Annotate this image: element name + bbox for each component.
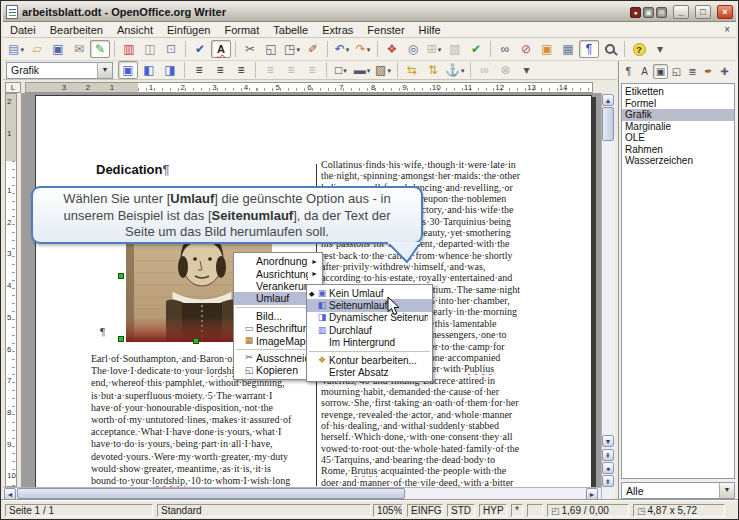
previous-page-icon[interactable]: ⇞ (602, 449, 614, 461)
cut-icon[interactable]: ✂ (240, 40, 260, 58)
help-icon[interactable]: ? (629, 40, 649, 58)
check-icon[interactable]: ✔ (466, 40, 486, 58)
formatting-marks-icon[interactable]: ¶ (579, 40, 599, 58)
submenu-durchlauf[interactable]: ▥Durchlauf (307, 324, 432, 336)
document-text-line[interactable]: acceptance.·What·I·have·done·is·yours,·w… (91, 426, 317, 438)
line-style-icon[interactable]: ▬▾ (352, 61, 372, 79)
status-hyperlink-mode[interactable]: HYP (479, 504, 507, 517)
document-text-line[interactable]: rest·back·to·the·camp;·from·whence·he·sh… (321, 250, 589, 261)
document-text-line[interactable]: according·to·his·estate,·royally·enterta… (321, 272, 589, 283)
document-text-line[interactable]: vowed·to·root·out·the·whole·hated·family… (321, 443, 589, 454)
toolbar-more-icon[interactable]: ▾ (517, 61, 537, 79)
background-color-icon[interactable]: ▨▾ (373, 61, 393, 79)
restore-button[interactable]: □ (695, 5, 711, 19)
hruler-margin[interactable]: 321 (25, 82, 138, 93)
horizontal-scroll-thumb[interactable] (17, 488, 405, 499)
list-styles-icon[interactable]: ≣ (685, 64, 700, 79)
minimize-button[interactable]: _ (673, 5, 689, 19)
status-page-style[interactable]: Standard (157, 504, 371, 517)
document-text-line[interactable]: devoted·yours.·Were·my·worth·greater,·my… (91, 451, 317, 463)
document-text-line[interactable]: sorrow.·She,·first·taking·an·oath·of·the… (321, 397, 589, 408)
vruler[interactable]: 12345678910 (5, 161, 17, 487)
wrap-through-icon[interactable]: ◨ (160, 61, 180, 79)
combo-dropdown-icon[interactable]: ▼ (97, 63, 112, 78)
style-item-ole[interactable]: OLE (622, 132, 734, 144)
next-page-icon[interactable]: ⇟ (602, 475, 614, 487)
no-edit-mode-icon[interactable]: ⊘ (516, 40, 536, 58)
document-text-line[interactable]: is·but·a·superfluous·moiety.·5·The·warra… (91, 390, 317, 402)
status-modified[interactable]: * (511, 504, 523, 517)
document-text-line[interactable]: Rome,·Brutus·acquainted·the·people·with·… (321, 465, 589, 476)
style-item-formel[interactable]: Formel (622, 98, 734, 110)
submenu-kontur-bearbeiten[interactable]: ❖Kontur bearbeiten... (307, 354, 432, 366)
border-icon[interactable]: □▾ (331, 61, 351, 79)
document-text-line[interactable]: revenge,·revealed·the·actor,·and·whole·m… (321, 409, 589, 420)
menu-ansicht[interactable]: Ansicht (110, 23, 160, 37)
close-button[interactable]: × (717, 5, 733, 19)
style-item-wasserzeichen[interactable]: Wasserzeichen (622, 155, 734, 167)
menu-fenster[interactable]: Fenster (360, 23, 411, 37)
fill-format-mode-icon[interactable]: ✒ (701, 64, 716, 79)
document-text-line[interactable]: herself.·Which·done,·with·one·consent·th… (321, 431, 589, 442)
submenu-dynamischer-seitenumlauf[interactable]: ◨Dynamischer Seitenumlauf (307, 312, 432, 324)
document-close-icon[interactable]: × (721, 24, 733, 35)
page-styles-icon[interactable]: ◱ (669, 64, 684, 79)
submenu-erster-absatz[interactable]: Erster Absatz (307, 366, 432, 378)
vertical-scroll-thumb[interactable] (602, 107, 614, 141)
new-style-from-selection-icon[interactable]: ✚ (717, 64, 732, 79)
status-zoom[interactable]: 105% (373, 504, 403, 517)
dropdown-arrow-icon[interactable]: ▾ (367, 46, 371, 53)
wrap-none-icon[interactable]: ▣ (118, 61, 138, 79)
zoom-icon[interactable] (600, 40, 620, 58)
flip-vertical-icon[interactable]: ⇅ (423, 61, 443, 79)
flip-horizontal-icon[interactable]: ⇆ (402, 61, 422, 79)
document-text-line[interactable]: of·his·dealing,·and·withal·suddenly·stab… (321, 420, 589, 431)
toolbar-more-icon[interactable]: ▾ (650, 40, 670, 58)
edit-file-icon[interactable]: ✎ (90, 40, 110, 58)
dropdown-arrow-icon[interactable]: ▾ (343, 67, 347, 74)
scroll-right-icon[interactable]: ► (586, 488, 598, 500)
pdf-export-icon[interactable]: ▥ (119, 40, 139, 58)
align-center-icon[interactable]: ≡ (210, 61, 230, 79)
status-insert-mode[interactable]: EINFG (407, 504, 443, 517)
menu-einfugen[interactable]: Einfügen (160, 23, 217, 37)
scroll-down-icon[interactable]: ▼ (602, 435, 614, 447)
wrap-page-icon[interactable]: ◧ (139, 61, 159, 79)
anchor-icon[interactable]: ⚓▾ (444, 61, 466, 79)
document-text-line[interactable]: after·privily·withdrew·himself,·and·was, (321, 261, 589, 272)
frame-styles-list[interactable]: EtikettenFormelGrafikMarginalieOLERahmen… (621, 83, 735, 479)
menu-hilfe[interactable]: Hilfe (412, 23, 448, 37)
menu-ausrichtung[interactable]: Ausrichtung► (234, 267, 322, 279)
style-item-etiketten[interactable]: Etiketten (622, 86, 734, 98)
dropdown-arrow-icon[interactable]: ▾ (367, 67, 371, 74)
spellcheck-icon[interactable]: ✔ (190, 40, 210, 58)
copy-icon[interactable]: ◱ (261, 40, 281, 58)
document-text-line[interactable]: worth·of·my·untutored·lines,·makes·it·as… (91, 414, 317, 426)
document-text-line[interactable]: have·of·your·honourable·disposition,·not… (91, 402, 317, 414)
paste-icon[interactable]: ◳▾ (282, 40, 302, 58)
data-sources-icon[interactable]: ▦ (558, 40, 578, 58)
dropdown-arrow-icon[interactable]: ▾ (461, 67, 465, 74)
style-item-marginalie[interactable]: Marginalie (622, 121, 734, 133)
find-replace-icon[interactable]: ∞ (495, 40, 515, 58)
hyperlink-icon[interactable]: ❖ (382, 40, 402, 58)
gallery-icon[interactable]: ▣ (537, 40, 557, 58)
menu-datei[interactable]: Datei (3, 23, 43, 37)
navigator-icon[interactable]: ◎ (403, 40, 423, 58)
save-icon[interactable]: ▣ (48, 40, 68, 58)
paragraph-styles-icon[interactable]: ¶ (621, 64, 636, 79)
document-text-line[interactable]: the·night,·spinning·amongst·her·maids:·t… (321, 170, 589, 181)
style-item-grafik[interactable]: Grafik (622, 109, 734, 121)
navigation-icon[interactable]: ● (602, 462, 614, 474)
selection-handle[interactable] (118, 273, 124, 279)
dropdown-arrow-icon[interactable]: ▾ (296, 46, 300, 53)
print-icon[interactable]: ◫ (140, 40, 160, 58)
styles-filter-combo[interactable]: Alle ▼ (621, 482, 735, 499)
page-preview-icon[interactable]: ⊡ (161, 40, 181, 58)
status-page[interactable]: Seite 1 / 1 (5, 504, 153, 517)
redo-icon[interactable]: ↷▾ (353, 40, 373, 58)
autospellcheck-icon[interactable]: A (211, 40, 231, 58)
new-document-icon[interactable]: ▤▾ (6, 40, 26, 58)
dropdown-arrow-icon[interactable]: ▾ (20, 46, 24, 53)
hruler[interactable]: 1234567891011121314 (138, 82, 593, 93)
